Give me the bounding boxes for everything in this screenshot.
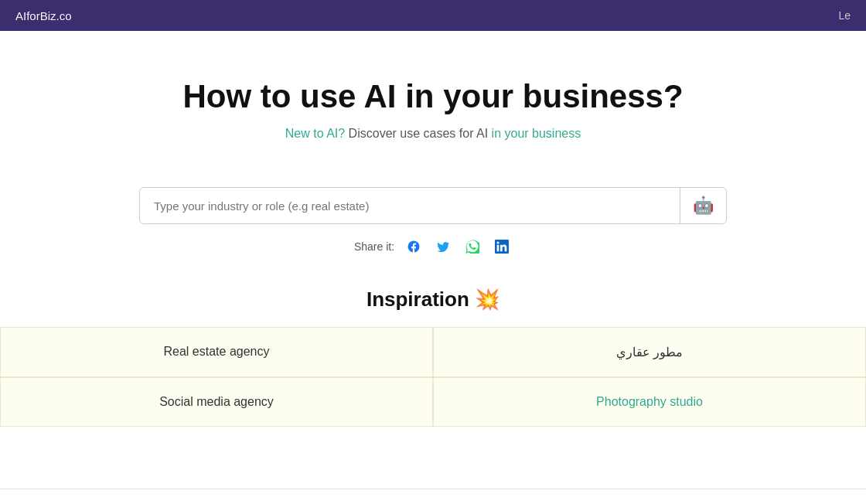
navbar-brand: AIforBiz.co <box>15 9 72 22</box>
inspiration-section: Inspiration 💥 Real estate agency مطور عق… <box>0 288 866 442</box>
in-your-business-label: in your business <box>492 127 581 140</box>
list-item[interactable]: مطور عقاري <box>433 327 866 377</box>
navbar-link[interactable]: Le <box>838 9 851 22</box>
share-label: Share it: <box>354 240 394 253</box>
new-to-ai-label: New to AI? <box>285 127 345 140</box>
inspiration-title: Inspiration 💥 <box>0 288 866 312</box>
whatsapp-share-icon[interactable] <box>462 237 482 257</box>
list-item[interactable]: Photography studio <box>433 377 866 427</box>
inspiration-emoji: 💥 <box>475 288 499 311</box>
twitter-share-icon[interactable] <box>433 237 453 257</box>
robot-icon: 🤖 <box>693 196 714 216</box>
inspiration-grid: Real estate agency مطور عقاري Social med… <box>0 327 866 427</box>
inspiration-title-text: Inspiration <box>367 288 469 311</box>
linkedin-share-icon[interactable] <box>492 237 512 257</box>
footer: © 2023 AIforBiz.co <box>0 489 866 504</box>
facebook-share-icon[interactable] <box>404 237 424 257</box>
subtitle-discover: Discover use cases for AI <box>345 127 491 140</box>
hero-subtitle: New to AI? Discover use cases for AI in … <box>15 127 851 141</box>
hero-section: How to use AI in your business? New to A… <box>0 31 866 164</box>
list-item[interactable]: Social media agency <box>0 377 433 427</box>
search-container: 🤖 <box>139 187 727 224</box>
list-item[interactable]: Real estate agency <box>0 327 433 377</box>
share-row: Share it: <box>0 237 866 257</box>
search-button[interactable]: 🤖 <box>680 188 726 223</box>
search-input[interactable] <box>140 188 680 223</box>
search-box: 🤖 <box>139 187 727 224</box>
page-title: How to use AI in your business? <box>15 77 851 116</box>
navbar: AIforBiz.co Le <box>0 0 866 31</box>
